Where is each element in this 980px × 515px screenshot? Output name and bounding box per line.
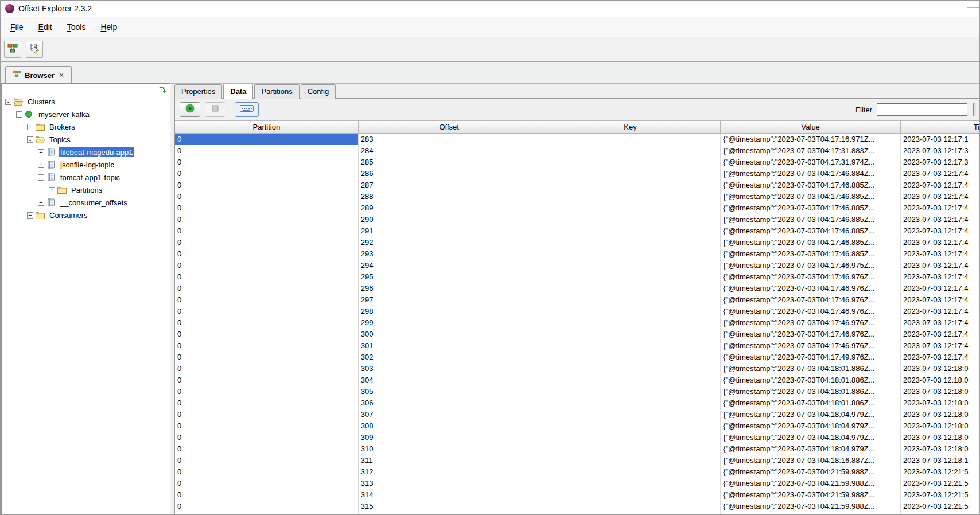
expand-toggle-icon[interactable]: + [38, 200, 44, 206]
menu-item-tools[interactable]: Tools [60, 19, 94, 34]
table-row[interactable]: 0301{"@timestamp":"2023-07-03T04:17:46.9… [175, 340, 980, 352]
table-row[interactable]: 0311{"@timestamp":"2023-07-03T04:18:16.8… [175, 455, 980, 466]
cell-ti: 2023-07-03 12:17:3 [901, 145, 980, 157]
table-row[interactable]: 0312{"@timestamp":"2023-07-03T04:21:59.9… [175, 466, 980, 478]
table-row[interactable]: 0299{"@timestamp":"2023-07-03T04:17:46.9… [175, 317, 980, 329]
cell-offset: 289 [359, 202, 540, 214]
table-row[interactable]: 0300{"@timestamp":"2023-07-03T04:17:46.9… [175, 329, 980, 340]
table-row[interactable]: 0287{"@timestamp":"2023-07-03T04:17:46.8… [175, 180, 980, 191]
filter-input[interactable] [877, 103, 967, 116]
edit-tree-button[interactable] [26, 41, 43, 58]
table-row[interactable]: 0313{"@timestamp":"2023-07-03T04:21:59.9… [175, 478, 980, 489]
table-row[interactable]: 0314{"@timestamp":"2023-07-03T04:21:59.9… [175, 489, 980, 501]
cell-ti: 2023-07-03 12:18:0 [901, 363, 980, 374]
table-row[interactable]: 0283{"@timestamp":"2023-07-03T04:17:16.9… [175, 134, 980, 145]
column-header-ti[interactable]: Ti [901, 121, 980, 133]
cell-partition: 0 [175, 512, 359, 514]
table-row[interactable]: 0309{"@timestamp":"2023-07-03T04:18:04.9… [175, 432, 980, 443]
cell-offset: 311 [359, 455, 540, 466]
table-row[interactable]: 0302{"@timestamp":"2023-07-03T04:17:49.9… [175, 352, 980, 363]
table-row[interactable]: 0298{"@timestamp":"2023-07-03T04:17:46.9… [175, 306, 980, 317]
table-row[interactable]: 0293{"@timestamp":"2023-07-03T04:17:46.8… [175, 248, 980, 260]
cell-partition: 0 [175, 352, 359, 363]
table-row[interactable]: 0315{"@timestamp":"2023-07-03T04:21:59.9… [175, 501, 980, 512]
collapse-toggle-icon[interactable]: - [16, 111, 22, 118]
expand-toggle-icon[interactable]: + [38, 149, 44, 155]
tree-item-filebeat-magedu-app1[interactable]: +filebeat-magedu-app1 [2, 146, 170, 158]
tree-item-clusters[interactable]: -Clusters [2, 95, 170, 108]
keyboard-button[interactable] [235, 102, 259, 117]
table-row[interactable]: 0296{"@timestamp":"2023-07-03T04:17:46.9… [175, 283, 980, 294]
tab-browser[interactable]: Browser × [5, 66, 72, 84]
tree-item-consumers[interactable]: +Consumers [2, 209, 170, 221]
tree-item-consumer-offsets[interactable]: +__consumer_offsets [2, 196, 170, 209]
cell-partition: 0 [175, 432, 359, 443]
table-row[interactable]: 0285{"@timestamp":"2023-07-03T04:17:31.9… [175, 157, 980, 168]
table-row[interactable]: 0294{"@timestamp":"2023-07-03T04:17:46.9… [175, 260, 980, 271]
cell-key [540, 478, 721, 489]
cell-key [540, 168, 721, 180]
tree-item-topics[interactable]: -Topics [2, 133, 170, 146]
table-row[interactable]: 0305{"@timestamp":"2023-07-03T04:18:01.8… [175, 386, 980, 397]
menu-item-file[interactable]: File [3, 19, 31, 34]
cell-partition: 0 [175, 374, 359, 386]
cell-offset: 295 [359, 271, 540, 283]
menu-item-help[interactable]: Help [93, 19, 125, 34]
collapse-toggle-icon[interactable]: - [38, 174, 44, 181]
table-row[interactable]: 0306{"@timestamp":"2023-07-03T04:18:01.8… [175, 397, 980, 409]
expand-toggle-icon[interactable]: + [27, 212, 33, 219]
close-tab-icon[interactable]: × [59, 71, 64, 80]
cell-partition: 0 [175, 340, 359, 352]
tree-item-jsonfile-log-topic[interactable]: +jsonfile-log-topic [2, 158, 170, 171]
cell-key [540, 501, 721, 512]
tree-item-partitions[interactable]: +Partitions [2, 184, 170, 196]
tree-item-label: jsonfile-log-topic [59, 160, 116, 170]
column-header-offset[interactable]: Offset [359, 121, 540, 133]
stop-button[interactable] [205, 102, 225, 117]
tree-item-label: __consumer_offsets [59, 198, 129, 208]
expand-toggle-icon[interactable]: + [27, 124, 33, 130]
table-row[interactable]: 0289{"@timestamp":"2023-07-03T04:17:46.8… [175, 202, 980, 214]
cell-key [540, 432, 721, 443]
scroll-to-selection-button[interactable] [158, 86, 167, 96]
cell-ti: 2023-07-03 12:18:0 [901, 409, 980, 420]
topic-icon [46, 148, 56, 156]
tab-config[interactable]: Config [301, 84, 336, 99]
table-row[interactable]: 0310{"@timestamp":"2023-07-03T04:18:04.9… [175, 443, 980, 455]
add-cluster-button[interactable] [4, 41, 21, 58]
tree-item-myserver-kafka[interactable]: -myserver-kafka [2, 108, 170, 120]
column-header-value[interactable]: Value [721, 121, 901, 133]
table-row[interactable]: 0297{"@timestamp":"2023-07-03T04:17:46.9… [175, 294, 980, 306]
table-row[interactable]: 0286{"@timestamp":"2023-07-03T04:17:46.8… [175, 168, 980, 180]
cell-ti: 2023-07-03 12:17:4 [901, 214, 980, 225]
cell-key [540, 283, 721, 294]
cell-key [540, 466, 721, 478]
collapse-toggle-icon[interactable]: - [27, 136, 33, 143]
table-row[interactable]: 0316{"@timestamp":"2023-07-03T04:21:59.9… [175, 512, 980, 514]
table-row[interactable]: 0303{"@timestamp":"2023-07-03T04:18:01.8… [175, 363, 980, 374]
table-row[interactable]: 0308{"@timestamp":"2023-07-03T04:18:04.9… [175, 420, 980, 432]
column-header-partition[interactable]: Partition [175, 121, 359, 133]
table-row[interactable]: 0304{"@timestamp":"2023-07-03T04:18:01.8… [175, 374, 980, 386]
table-row[interactable]: 0292{"@timestamp":"2023-07-03T04:17:46.8… [175, 237, 980, 248]
table-row[interactable]: 0284{"@timestamp":"2023-07-03T04:17:31.8… [175, 145, 980, 157]
cell-offset: 292 [359, 237, 540, 248]
table-row[interactable]: 0290{"@timestamp":"2023-07-03T04:17:46.8… [175, 214, 980, 225]
table-row[interactable]: 0295{"@timestamp":"2023-07-03T04:17:46.9… [175, 271, 980, 283]
tab-data[interactable]: Data [223, 84, 253, 99]
tree-item-brokers[interactable]: +Brokers [2, 120, 170, 133]
column-header-key[interactable]: Key [540, 121, 721, 133]
table-row[interactable]: 0307{"@timestamp":"2023-07-03T04:18:04.9… [175, 409, 980, 420]
tree-item-tomcat-app1-topic[interactable]: -tomcat-app1-topic [2, 171, 170, 184]
tab-partitions[interactable]: Partitions [254, 84, 299, 99]
table-row[interactable]: 0288{"@timestamp":"2023-07-03T04:17:46.8… [175, 191, 980, 202]
tab-properties[interactable]: Properties [174, 84, 222, 99]
play-button[interactable] [180, 102, 200, 117]
browser-tab-icon [13, 70, 21, 80]
expand-toggle-icon[interactable]: + [49, 187, 55, 193]
menu-item-edit[interactable]: Edit [31, 19, 60, 34]
cell-value: {"@timestamp":"2023-07-03T04:17:31.974Z.… [721, 157, 901, 168]
collapse-toggle-icon[interactable]: - [5, 99, 11, 105]
expand-toggle-icon[interactable]: + [38, 162, 44, 168]
table-row[interactable]: 0291{"@timestamp":"2023-07-03T04:17:46.8… [175, 225, 980, 237]
